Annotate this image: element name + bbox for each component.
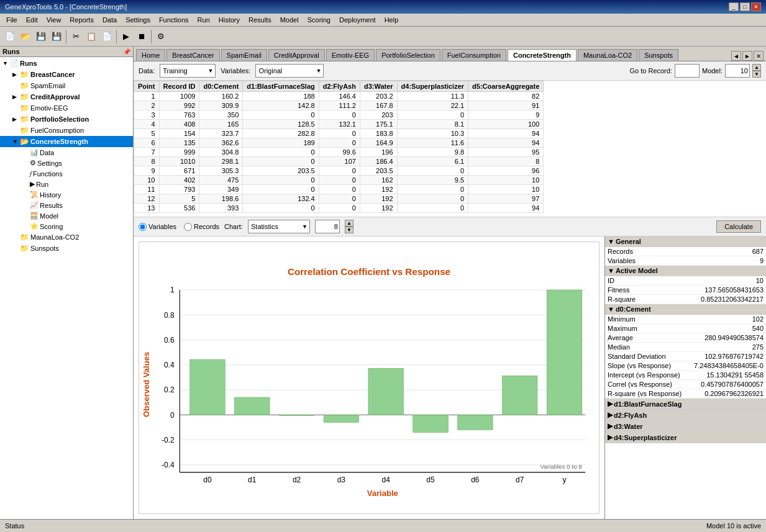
table-row[interactable]: 1179334900192010 [134,185,544,194]
table-row[interactable]: 81010298.10107186.46.18 [134,157,544,166]
tab-home[interactable]: Home [136,49,165,61]
minimize-btn[interactable]: _ [729,2,739,11]
settings-btn[interactable]: ⚙ [153,29,168,44]
tab-emotiveeg[interactable]: Emotiv-EEG [326,49,375,61]
sidebar-item-functions[interactable]: 𝑓Functions [0,168,133,179]
sidebar-item-maunaloaco2[interactable]: 📁MaunaLoa-CO2 [0,232,133,243]
tabs-prev-btn[interactable]: ◄ [731,51,741,61]
sidebar-item-settings[interactable]: ⚙Settings [0,158,133,168]
sidebar-item-runs[interactable]: ▼📄Runs [0,57,133,69]
sidebar-item-concretestrength[interactable]: ▼📂ConcreteStrength [0,136,133,147]
tab-creditapproval[interactable]: CreditApproval [268,49,325,61]
radio-records-input[interactable] [184,223,192,231]
data-select[interactable]: Training Testing Validation [160,64,216,78]
table-row[interactable]: 10402475001629.510 [134,176,544,185]
menu-file[interactable]: File [2,15,21,25]
sidebar-pin-icon[interactable]: 📌 [123,48,130,55]
table-row[interactable]: 9671305.3203.50203.5096 [134,166,544,176]
table-row[interactable]: 6135362.61890164.911.694 [134,138,544,148]
paste-btn[interactable]: 📄 [99,29,114,44]
table-cell: 10 [134,176,160,185]
stop-btn[interactable]: ⏹ [134,29,149,44]
tab-maunaloaco2[interactable]: MaunaLoa-CO2 [578,49,637,61]
stats-key: Standard Deviation [608,353,689,360]
sidebar-item-breastcancer[interactable]: ▶📁BreastCancer [0,69,133,80]
sidebar-item-spamemail[interactable]: 📁SpamEmail [0,80,133,91]
menu-edit[interactable]: Edit [22,15,42,25]
chart-value-spin-down[interactable]: ▼ [345,227,353,233]
maximize-btn[interactable]: □ [740,2,750,11]
chart-type-select[interactable]: Statistics Histogram Box Plot [248,220,310,233]
sidebar-item-scoring[interactable]: ⭐Scoring [0,221,133,232]
stats-section-header-activemodel[interactable]: ▼Active Model [605,266,766,276]
chart-controls-row: Variables Records Chart: Statistics Hist… [134,217,766,237]
run-btn[interactable]: ▶ [119,29,134,44]
stats-section-header-d3water[interactable]: ▶d3:Water [605,421,766,432]
open-btn[interactable]: 📂 [18,29,33,44]
close-btn[interactable]: ✕ [751,2,761,11]
menu-scoring[interactable]: Scoring [304,15,334,25]
chart-value-input[interactable] [315,220,340,233]
menu-history[interactable]: History [215,15,244,25]
variables-select[interactable]: Original Transformed [255,64,324,78]
radio-variables[interactable]: Variables [139,223,176,231]
chart-value-spin-up[interactable]: ▲ [345,220,353,227]
calculate-button[interactable]: Calculate [716,220,761,233]
tick-1: 1 [170,286,175,294]
table-cell: 1009 [159,92,199,101]
tab-portfolioselection[interactable]: PortfolioSelection [376,49,440,61]
table-row[interactable]: 2992309.9142.8111.2167.822.191 [134,101,544,110]
data-table-wrap[interactable]: PointRecord IDd0:Cementd1:BlastFurnaceSl… [134,81,766,217]
model-input[interactable] [725,64,750,78]
tab-fuelconsumption[interactable]: FuelConsumption [442,49,506,61]
menu-functions[interactable]: Functions [155,15,193,25]
sidebar-item-portfolioselection[interactable]: ▶📁PortfolioSelection [0,114,133,125]
table-row[interactable]: 11009160.2188146.4203.211.382 [134,92,544,101]
tab-concretestrength[interactable]: ConcreteStrength [508,49,577,61]
menu-settings[interactable]: Settings [122,15,154,25]
sidebar-item-data[interactable]: 📊Data [0,147,133,158]
save-btn[interactable]: 💾 [34,29,48,44]
table-row[interactable]: 125198.6132.40192097 [134,194,544,204]
stats-section-header-d4superplasticizer[interactable]: ▶d4:Superplasticizer [605,432,766,443]
tabs-next-btn[interactable]: ► [742,51,752,61]
stats-section-header-d0cement[interactable]: ▼d0:Cement [605,304,766,315]
new-btn[interactable]: 📄 [2,29,17,44]
sidebar-item-results[interactable]: 📈Results [0,200,133,210]
sidebar-item-sunspots[interactable]: 📁Sunspots [0,243,133,254]
table-row[interactable]: 37633500020309 [134,110,544,120]
menu-view[interactable]: View [43,15,65,25]
sidebar-item-run[interactable]: ▶Run [0,179,133,189]
menu-reports[interactable]: Reports [66,15,98,25]
table-row[interactable]: 5154323.7282.80183.810.394 [134,129,544,138]
model-spin-down[interactable]: ▼ [752,71,761,78]
go-to-record-input[interactable] [675,64,700,78]
radio-records[interactable]: Records [184,223,219,231]
copy-btn[interactable]: 📋 [84,29,99,44]
tabs-close-btn[interactable]: ✕ [754,51,764,61]
radio-variables-input[interactable] [139,223,147,231]
tab-spamemail[interactable]: SpamEmail [221,49,267,61]
menu-deployment[interactable]: Deployment [335,15,380,25]
tab-breastcancer[interactable]: BreastCancer [166,49,219,61]
sidebar-item-creditapproval[interactable]: ▶📁CreditApproval [0,91,133,102]
menu-help[interactable]: Help [381,15,403,25]
sidebar-item-model[interactable]: 🧮Model [0,210,133,221]
table-row[interactable]: 1353639300192094 [134,204,544,213]
table-row[interactable]: 4408165128.5132.1175.18.1100 [134,120,544,129]
sidebar-item-history[interactable]: 📜History [0,189,133,200]
menu-results[interactable]: Results [245,15,275,25]
stats-section-header-d2flyash[interactable]: ▶d2:FlyAsh [605,410,766,421]
menu-run[interactable]: Run [194,15,214,25]
menu-data[interactable]: Data [99,15,121,25]
sidebar-item-emotiveeg[interactable]: 📁Emotiv-EEG [0,102,133,114]
stats-section-header-general[interactable]: ▼General [605,237,766,247]
save2-btn[interactable]: 💾 [49,29,64,44]
sidebar-item-fuelconsumption[interactable]: 📁FuelConsumption [0,125,133,136]
cut-btn[interactable]: ✂ [68,29,83,44]
tab-sunspots[interactable]: Sunspots [639,49,678,61]
stats-section-header-d1blastfurnaceslag[interactable]: ▶d1:BlastFurnaceSlag [605,399,766,410]
menu-model[interactable]: Model [276,15,303,25]
model-spin-up[interactable]: ▲ [752,64,761,71]
table-row[interactable]: 7999304.8099.61969.895 [134,148,544,157]
